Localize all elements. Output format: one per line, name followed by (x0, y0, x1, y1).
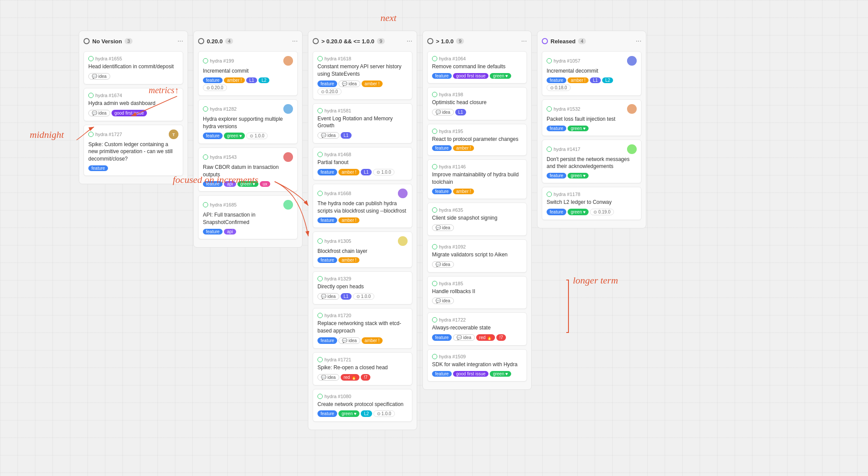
column-menu-released[interactable]: ··· (636, 37, 641, 45)
card-avatar (627, 104, 637, 114)
card-meta: hydra #1618 (317, 56, 408, 61)
card[interactable]: hydra #1329Directly open heads💬 ideaL1⊙ … (313, 271, 412, 304)
card[interactable]: hydra #185Handle rollbacks II💬 idea (427, 276, 527, 309)
column-header-released: Released4··· (542, 35, 641, 47)
tag-idea: 💬 idea (317, 293, 339, 300)
card-status-icon (432, 164, 437, 169)
tag-green-: green ♥ (490, 73, 511, 79)
card[interactable]: hydra #198Optimistic head closure💬 ideaL… (427, 87, 527, 120)
card-id-text: hydra #1543 (210, 154, 237, 160)
card[interactable]: hydra #1581Event Log Rotation and Memory… (313, 103, 412, 144)
card-status-icon (432, 317, 437, 322)
card-title: Optimistic head closure (432, 99, 522, 106)
tag-feature: feature (88, 165, 108, 171)
tag-green-: green ♥ (568, 209, 589, 215)
card-title: Migrate validators script to Aiken (432, 251, 522, 259)
card[interactable]: hydra #1080Create network protocol speci… (313, 389, 412, 422)
card-id-text: hydra #1092 (439, 244, 466, 249)
card-meta: hydra #1543 (203, 152, 293, 162)
column-header-no-version: No Version3··· (84, 35, 183, 47)
card-title: Switch L2 ledger to Conway (547, 199, 637, 206)
column-title-area-no-version: No Version3 (84, 38, 132, 45)
card[interactable]: hydra #1282Hydra explorer supporting mul… (198, 99, 298, 144)
tag-feature: feature (317, 257, 337, 263)
card-id-area: hydra #1721 (317, 357, 351, 362)
card[interactable]: hydra #1543Raw CBOR datum in transaction… (198, 147, 298, 192)
card-title: Replace networking stack with etcd-based… (317, 320, 408, 335)
column-menu-v020[interactable]: ··· (292, 37, 298, 45)
card[interactable]: hydra #1178Switch L2 ledger to Conwayfea… (542, 187, 641, 220)
card-status-icon (203, 58, 208, 63)
card-avatar (398, 236, 408, 246)
column-circle-released (542, 38, 548, 44)
card[interactable]: hydra #1721Spike: Re-open a closed head💬… (313, 352, 412, 385)
tag-amber: amber ! (362, 80, 383, 87)
card-avatar (398, 189, 408, 198)
tag-1-0-0: ⊙ 1.0.0 (373, 169, 394, 175)
tag-0-20-0: ⊙ 0.20.0 (317, 88, 342, 95)
card[interactable]: hydra #1685API: Full transaction in Snap… (198, 195, 298, 239)
card-avatar (283, 152, 293, 162)
card-id-area: hydra #1417 (547, 147, 580, 152)
card-meta: hydra #1329 (317, 276, 408, 281)
card-id-text: hydra #185 (439, 281, 463, 286)
card[interactable]: hydra #1655Head identification in commit… (84, 51, 183, 84)
card-status-icon (203, 106, 208, 112)
tag-idea: 💬 idea (317, 374, 339, 381)
card-id-area: hydra #1178 (547, 192, 580, 197)
card-id-area: hydra #1064 (432, 56, 466, 61)
card[interactable]: hydra #1305Blockfrost chain layerfeature… (313, 231, 412, 268)
tag-feature: feature (547, 209, 566, 215)
svg-point-3 (283, 56, 293, 66)
column-title-text-released: Released (551, 38, 575, 45)
card[interactable]: hydra #1057Incremental decommitfeatuream… (542, 51, 641, 96)
card-title: Handle rollbacks II (432, 288, 522, 295)
card[interactable]: hydra #1727TSpike: Custom ledger contain… (84, 125, 183, 176)
card-title: SDK for wallet integration with Hydra (432, 361, 522, 368)
tag-feature: feature (432, 73, 452, 79)
card-id-text: hydra #1618 (324, 56, 351, 61)
column-menu-v020-to-100[interactable]: ··· (407, 37, 412, 45)
svg-point-11 (627, 144, 637, 154)
card[interactable]: hydra #195React to protocol parameter ch… (427, 124, 527, 156)
card-id-text: hydra #1685 (210, 202, 237, 207)
tag-feature: feature (203, 133, 223, 139)
card-meta: hydra #1655 (88, 56, 178, 61)
tag--7: !7 (361, 374, 370, 381)
column-menu-no-version[interactable]: ··· (178, 37, 183, 45)
card-status-icon (317, 238, 323, 244)
card-tags: featureamber ! (432, 145, 522, 151)
card-title: Blockfrost chain layer (317, 248, 408, 255)
card-title: Improve maintainability of hydra build t… (432, 171, 522, 186)
svg-point-5 (283, 152, 293, 162)
card-title: Spike: Re-open a closed head (317, 364, 408, 371)
card-tags: 💬 ideared 🔥!7 (317, 374, 408, 381)
card[interactable]: hydra #1417Don't persist the network mes… (542, 140, 641, 184)
card[interactable]: hydra #1674Hydra admin web dashboard💬 id… (84, 88, 183, 121)
card-title: React to protocol parameter changes (432, 136, 522, 143)
card-meta: hydra #635 (432, 207, 522, 213)
card[interactable]: hydra #1468Partial fanoutfeatureamber !L… (313, 147, 412, 180)
tag-good-first-issue: good first issue (453, 73, 488, 79)
card-status-icon (317, 56, 323, 61)
card[interactable]: hydra #1064Remove command line defaultsf… (427, 51, 527, 84)
card-title: Create network protocol specification (317, 401, 408, 408)
card[interactable]: hydra #1532Packet loss fault injection t… (542, 99, 641, 136)
card[interactable]: hydra #1668The hydra node can publish hy… (313, 184, 412, 228)
card[interactable]: hydra #1509SDK for wallet integration wi… (427, 349, 527, 382)
tag-l2: L2 (258, 77, 269, 83)
tag-l1: L1 (246, 77, 257, 83)
card[interactable]: hydra #635Client side snapshot signing💬 … (427, 203, 527, 236)
card[interactable]: hydra #1146Improve maintainability of hy… (427, 159, 527, 199)
card-meta: hydra #1685 (203, 200, 293, 210)
card-status-icon (432, 244, 437, 249)
card[interactable]: hydra #199Incremental commitfeatureamber… (198, 51, 298, 96)
card[interactable]: hydra #1092Migrate validators script to … (427, 239, 527, 273)
card[interactable]: hydra #1618Constant memory API server hi… (313, 51, 412, 100)
card-tags: featuregreen ♥ (547, 126, 637, 131)
card-meta: hydra #1080 (317, 394, 408, 399)
card[interactable]: hydra #1722Always-recoverable statefeatu… (427, 312, 527, 346)
card-id-text: hydra #1146 (439, 164, 466, 169)
column-menu-v100plus[interactable]: ··· (521, 37, 527, 45)
card[interactable]: hydra #1720Replace networking stack with… (313, 308, 412, 349)
